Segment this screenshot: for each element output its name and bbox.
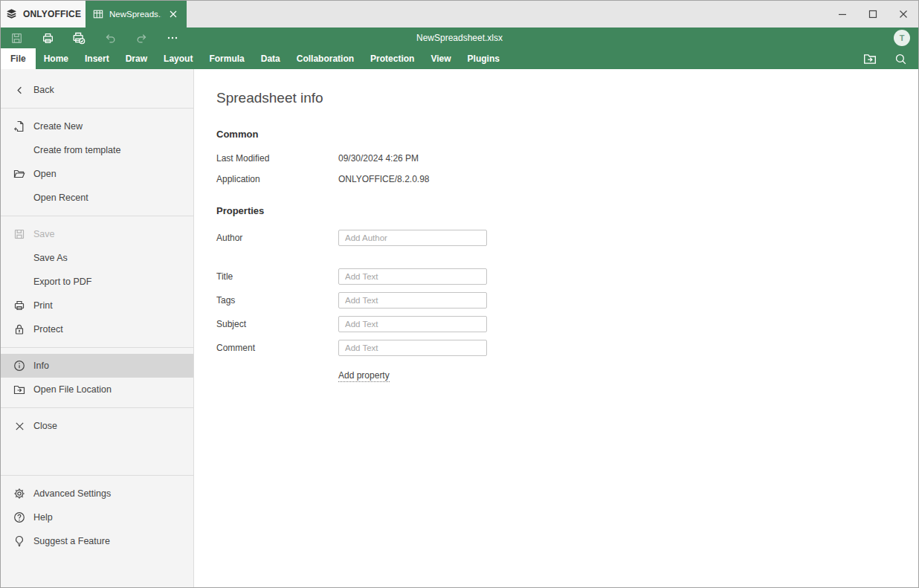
printer-icon [13, 299, 26, 312]
question-circle-icon [13, 511, 26, 524]
spreadsheet-grid-icon [93, 9, 103, 19]
tags-input[interactable] [338, 292, 487, 308]
close-window-button[interactable] [888, 1, 918, 28]
close-x-icon [13, 419, 26, 433]
last-modified-value: 09/30/2024 4:26 PM [338, 153, 419, 164]
tab-insert[interactable]: Insert [77, 48, 117, 69]
sidebar-item-info[interactable]: Info [1, 354, 193, 378]
app-window: ONLYOFFICE NewSpreads... [0, 0, 919, 588]
comment-row: Comment [216, 340, 918, 356]
last-modified-row: Last Modified 09/30/2024 4:26 PM [216, 153, 918, 164]
sidebar-item-create-new[interactable]: Create New [1, 114, 193, 138]
common-heading: Common [216, 129, 918, 140]
chevron-left-icon [13, 83, 26, 97]
lightbulb-icon [13, 534, 26, 548]
minimize-button[interactable] [827, 1, 857, 28]
subject-label: Subject [216, 319, 338, 329]
comment-label: Comment [216, 343, 338, 353]
tab-collaboration[interactable]: Collaboration [288, 48, 362, 69]
window-controls [827, 1, 918, 28]
sidebar-item-open[interactable]: Open [1, 162, 193, 186]
tab-draw[interactable]: Draw [117, 48, 155, 69]
tab-formula[interactable]: Formula [201, 48, 252, 69]
application-value: ONLYOFFICE/8.2.0.98 [338, 174, 430, 184]
application-label: Application [216, 174, 338, 184]
maximize-button[interactable] [857, 1, 888, 28]
sidebar-item-print[interactable]: Print [1, 294, 193, 317]
tags-row: Tags [216, 292, 918, 308]
subject-input[interactable] [338, 316, 487, 332]
file-menu-sidebar: Back Create New Create from template [1, 69, 194, 587]
page-title: Spreadsheet info [216, 90, 918, 106]
folder-arrow-icon [13, 383, 26, 396]
redo-icon[interactable] [135, 31, 148, 45]
application-row: Application ONLYOFFICE/8.2.0.98 [216, 174, 918, 184]
menu-tab-bar: File Home Insert Draw Layout Formula Dat… [1, 48, 918, 69]
sidebar-item-close[interactable]: Close [1, 414, 193, 438]
tab-layout[interactable]: Layout [155, 48, 201, 69]
author-row: Author [216, 230, 918, 246]
layers-icon [5, 8, 18, 21]
add-property-link[interactable]: Add property [338, 370, 390, 382]
sidebar-item-help[interactable]: Help [1, 505, 193, 529]
tab-data[interactable]: Data [253, 48, 288, 69]
sidebar-item-save[interactable]: Save [1, 222, 193, 246]
new-document-icon [13, 120, 26, 133]
onlyoffice-logo[interactable]: ONLYOFFICE [1, 1, 86, 28]
author-input[interactable] [338, 230, 487, 246]
tab-home[interactable]: Home [36, 48, 77, 69]
spreadsheet-info-panel: Spreadsheet info Common Last Modified 09… [194, 69, 918, 587]
lock-icon [13, 323, 26, 336]
sidebar-item-export-to-pdf[interactable]: Export to PDF [1, 270, 193, 294]
info-circle-icon [13, 359, 26, 372]
sidebar-item-advanced-settings[interactable]: Advanced Settings [1, 482, 193, 505]
properties-heading: Properties [216, 205, 918, 216]
last-modified-label: Last Modified [216, 153, 338, 164]
sidebar-item-open-file-location[interactable]: Open File Location [1, 378, 193, 401]
sidebar-item-open-recent[interactable]: Open Recent [1, 186, 193, 210]
folder-open-icon [13, 167, 26, 181]
tags-label: Tags [216, 295, 338, 306]
brand-label: ONLYOFFICE [23, 9, 81, 19]
comment-input[interactable] [338, 340, 487, 356]
subject-row: Subject [216, 316, 918, 332]
undo-icon[interactable] [103, 31, 117, 45]
title-row: Title [216, 268, 918, 285]
title-input[interactable] [338, 268, 487, 285]
tab-close-icon[interactable] [167, 8, 179, 20]
author-label: Author [216, 233, 338, 243]
tab-protection[interactable]: Protection [362, 48, 422, 69]
sidebar-item-suggest-a-feature[interactable]: Suggest a Feature [1, 529, 193, 553]
tab-title: NewSpreads... [109, 10, 161, 19]
gear-icon [13, 487, 26, 500]
sidebar-item-back[interactable]: Back [1, 78, 193, 102]
tab-plugins[interactable]: Plugins [460, 48, 508, 69]
tab-file[interactable]: File [1, 48, 36, 69]
titlebar-drag-area [187, 1, 827, 28]
sidebar-item-save-as[interactable]: Save As [1, 246, 193, 270]
titlebar: ONLYOFFICE NewSpreads... [1, 1, 918, 28]
sidebar-item-create-from-template[interactable]: Create from template [1, 138, 193, 162]
tab-view[interactable]: View [422, 48, 459, 69]
save-icon[interactable] [10, 31, 23, 45]
print-icon[interactable] [41, 31, 54, 45]
document-tab[interactable]: NewSpreads... [86, 1, 187, 28]
search-icon[interactable] [894, 53, 907, 65]
open-file-location-icon[interactable] [863, 52, 877, 65]
save-icon [13, 227, 26, 241]
sidebar-item-protect[interactable]: Protect [1, 317, 193, 341]
user-avatar[interactable]: T [894, 30, 910, 46]
title-label: Title [216, 271, 338, 282]
quick-print-icon[interactable] [72, 31, 86, 45]
quick-access-toolbar: NewSpreadsheet.xlsx T [1, 28, 918, 48]
more-options-icon[interactable] [166, 31, 179, 45]
